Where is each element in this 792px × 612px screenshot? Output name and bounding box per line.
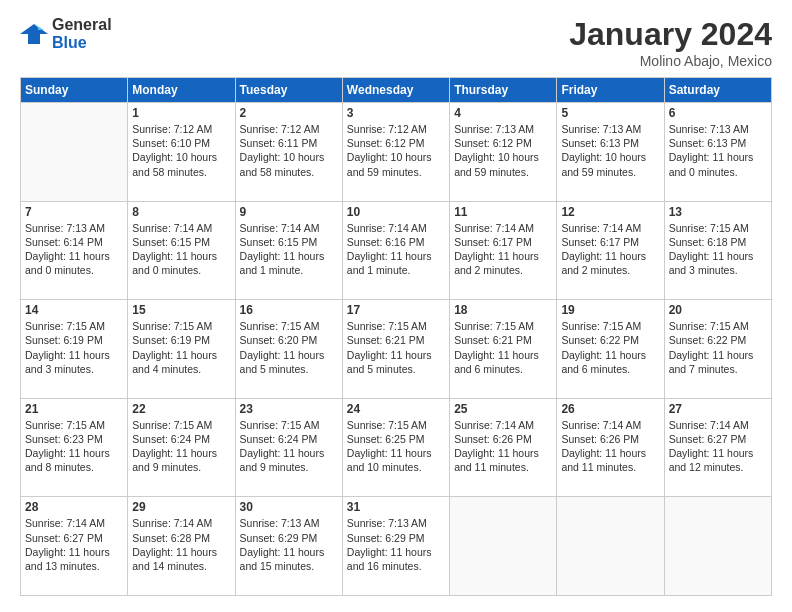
table-row: 5Sunrise: 7:13 AMSunset: 6:13 PMDaylight… [557,103,664,202]
day-number: 25 [454,402,552,416]
logo-text: General Blue [52,16,112,51]
header-friday: Friday [557,78,664,103]
day-number: 18 [454,303,552,317]
day-number: 7 [25,205,123,219]
calendar-week-row: 7Sunrise: 7:13 AMSunset: 6:14 PMDaylight… [21,201,772,300]
table-row [557,497,664,596]
table-row: 30Sunrise: 7:13 AMSunset: 6:29 PMDayligh… [235,497,342,596]
day-number: 10 [347,205,445,219]
table-row: 11Sunrise: 7:14 AMSunset: 6:17 PMDayligh… [450,201,557,300]
table-row: 16Sunrise: 7:15 AMSunset: 6:20 PMDayligh… [235,300,342,399]
header: General Blue January 2024 Molino Abajo, … [20,16,772,69]
day-number: 16 [240,303,338,317]
logo-blue-text: Blue [52,34,112,52]
calendar-week-row: 1Sunrise: 7:12 AMSunset: 6:10 PMDaylight… [21,103,772,202]
table-row: 19Sunrise: 7:15 AMSunset: 6:22 PMDayligh… [557,300,664,399]
day-info: Sunrise: 7:15 AMSunset: 6:20 PMDaylight:… [240,319,338,376]
table-row [450,497,557,596]
calendar-week-row: 28Sunrise: 7:14 AMSunset: 6:27 PMDayligh… [21,497,772,596]
day-info: Sunrise: 7:15 AMSunset: 6:23 PMDaylight:… [25,418,123,475]
day-number: 8 [132,205,230,219]
day-info: Sunrise: 7:13 AMSunset: 6:13 PMDaylight:… [561,122,659,179]
day-number: 6 [669,106,767,120]
day-info: Sunrise: 7:15 AMSunset: 6:24 PMDaylight:… [132,418,230,475]
day-info: Sunrise: 7:15 AMSunset: 6:22 PMDaylight:… [669,319,767,376]
day-number: 24 [347,402,445,416]
day-number: 9 [240,205,338,219]
table-row: 9Sunrise: 7:14 AMSunset: 6:15 PMDaylight… [235,201,342,300]
table-row: 24Sunrise: 7:15 AMSunset: 6:25 PMDayligh… [342,398,449,497]
table-row [21,103,128,202]
header-thursday: Thursday [450,78,557,103]
day-info: Sunrise: 7:13 AMSunset: 6:14 PMDaylight:… [25,221,123,278]
table-row: 8Sunrise: 7:14 AMSunset: 6:15 PMDaylight… [128,201,235,300]
day-info: Sunrise: 7:13 AMSunset: 6:29 PMDaylight:… [240,516,338,573]
logo-bird-icon [20,20,48,48]
table-row: 28Sunrise: 7:14 AMSunset: 6:27 PMDayligh… [21,497,128,596]
main-title: January 2024 [569,16,772,53]
day-number: 21 [25,402,123,416]
table-row: 18Sunrise: 7:15 AMSunset: 6:21 PMDayligh… [450,300,557,399]
table-row: 12Sunrise: 7:14 AMSunset: 6:17 PMDayligh… [557,201,664,300]
logo-general-text: General [52,16,112,34]
table-row: 27Sunrise: 7:14 AMSunset: 6:27 PMDayligh… [664,398,771,497]
day-number: 12 [561,205,659,219]
header-tuesday: Tuesday [235,78,342,103]
table-row: 6Sunrise: 7:13 AMSunset: 6:13 PMDaylight… [664,103,771,202]
day-info: Sunrise: 7:12 AMSunset: 6:10 PMDaylight:… [132,122,230,179]
day-number: 27 [669,402,767,416]
day-number: 28 [25,500,123,514]
day-info: Sunrise: 7:14 AMSunset: 6:15 PMDaylight:… [240,221,338,278]
day-info: Sunrise: 7:15 AMSunset: 6:19 PMDaylight:… [132,319,230,376]
day-info: Sunrise: 7:14 AMSunset: 6:17 PMDaylight:… [454,221,552,278]
day-number: 30 [240,500,338,514]
day-info: Sunrise: 7:12 AMSunset: 6:11 PMDaylight:… [240,122,338,179]
day-info: Sunrise: 7:13 AMSunset: 6:13 PMDaylight:… [669,122,767,179]
day-info: Sunrise: 7:13 AMSunset: 6:29 PMDaylight:… [347,516,445,573]
day-info: Sunrise: 7:14 AMSunset: 6:27 PMDaylight:… [25,516,123,573]
day-info: Sunrise: 7:14 AMSunset: 6:17 PMDaylight:… [561,221,659,278]
table-row: 13Sunrise: 7:15 AMSunset: 6:18 PMDayligh… [664,201,771,300]
table-row: 20Sunrise: 7:15 AMSunset: 6:22 PMDayligh… [664,300,771,399]
header-saturday: Saturday [664,78,771,103]
title-block: January 2024 Molino Abajo, Mexico [569,16,772,69]
subtitle: Molino Abajo, Mexico [569,53,772,69]
day-info: Sunrise: 7:15 AMSunset: 6:25 PMDaylight:… [347,418,445,475]
table-row: 7Sunrise: 7:13 AMSunset: 6:14 PMDaylight… [21,201,128,300]
day-number: 29 [132,500,230,514]
page: General Blue January 2024 Molino Abajo, … [0,0,792,612]
day-number: 15 [132,303,230,317]
table-row: 21Sunrise: 7:15 AMSunset: 6:23 PMDayligh… [21,398,128,497]
day-info: Sunrise: 7:15 AMSunset: 6:18 PMDaylight:… [669,221,767,278]
day-number: 1 [132,106,230,120]
day-number: 22 [132,402,230,416]
logo: General Blue [20,16,112,51]
day-info: Sunrise: 7:14 AMSunset: 6:26 PMDaylight:… [561,418,659,475]
header-wednesday: Wednesday [342,78,449,103]
calendar-week-row: 21Sunrise: 7:15 AMSunset: 6:23 PMDayligh… [21,398,772,497]
day-info: Sunrise: 7:12 AMSunset: 6:12 PMDaylight:… [347,122,445,179]
day-number: 31 [347,500,445,514]
table-row: 4Sunrise: 7:13 AMSunset: 6:12 PMDaylight… [450,103,557,202]
table-row [664,497,771,596]
table-row: 23Sunrise: 7:15 AMSunset: 6:24 PMDayligh… [235,398,342,497]
day-info: Sunrise: 7:13 AMSunset: 6:12 PMDaylight:… [454,122,552,179]
table-row: 31Sunrise: 7:13 AMSunset: 6:29 PMDayligh… [342,497,449,596]
day-number: 20 [669,303,767,317]
table-row: 17Sunrise: 7:15 AMSunset: 6:21 PMDayligh… [342,300,449,399]
day-number: 13 [669,205,767,219]
day-info: Sunrise: 7:14 AMSunset: 6:28 PMDaylight:… [132,516,230,573]
table-row: 26Sunrise: 7:14 AMSunset: 6:26 PMDayligh… [557,398,664,497]
day-info: Sunrise: 7:15 AMSunset: 6:19 PMDaylight:… [25,319,123,376]
day-info: Sunrise: 7:15 AMSunset: 6:21 PMDaylight:… [347,319,445,376]
table-row: 15Sunrise: 7:15 AMSunset: 6:19 PMDayligh… [128,300,235,399]
table-row: 25Sunrise: 7:14 AMSunset: 6:26 PMDayligh… [450,398,557,497]
table-row: 2Sunrise: 7:12 AMSunset: 6:11 PMDaylight… [235,103,342,202]
day-number: 14 [25,303,123,317]
table-row: 10Sunrise: 7:14 AMSunset: 6:16 PMDayligh… [342,201,449,300]
calendar-week-row: 14Sunrise: 7:15 AMSunset: 6:19 PMDayligh… [21,300,772,399]
day-number: 11 [454,205,552,219]
day-info: Sunrise: 7:14 AMSunset: 6:15 PMDaylight:… [132,221,230,278]
day-info: Sunrise: 7:15 AMSunset: 6:22 PMDaylight:… [561,319,659,376]
day-number: 19 [561,303,659,317]
